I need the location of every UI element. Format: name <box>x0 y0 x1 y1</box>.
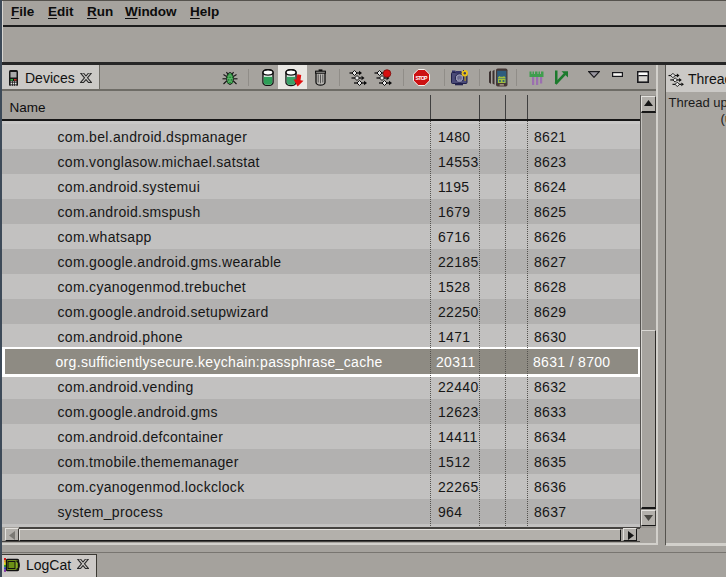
svg-text:STOP: STOP <box>416 75 429 81</box>
